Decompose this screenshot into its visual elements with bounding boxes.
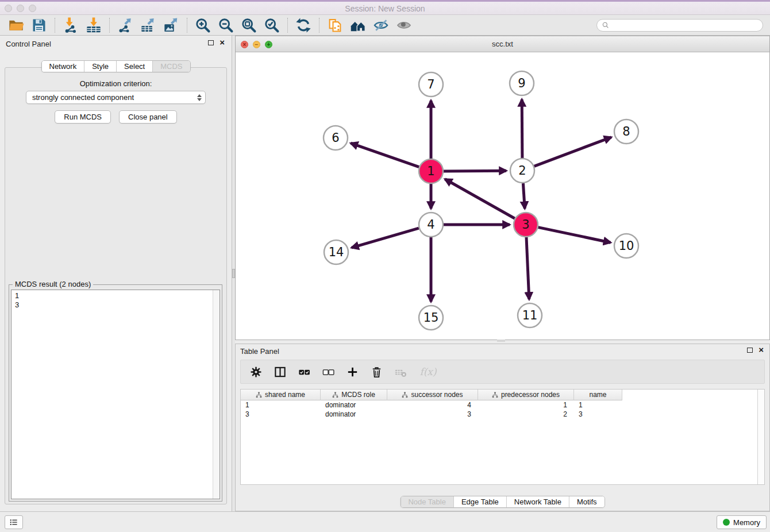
table-header-row: shared nameMCDS rolesuccessor nodesprede… (241, 390, 757, 400)
column-header-name[interactable]: name (574, 390, 622, 400)
zoom-in-button[interactable] (191, 16, 214, 34)
graph-edge-2-3[interactable] (523, 183, 525, 209)
main-toolbar-groups (5, 16, 415, 34)
column-header-mcds-role[interactable]: MCDS role (321, 390, 387, 400)
tab-network-table[interactable]: Network Table (507, 496, 569, 507)
save-session-button[interactable] (28, 16, 51, 34)
cell-successor-nodes[interactable]: 4 (387, 400, 478, 410)
copy-network-button[interactable] (324, 16, 346, 34)
graph-node-label: 4 (427, 218, 434, 232)
close-panel-button[interactable]: Close panel (119, 110, 177, 124)
hide-eye-button[interactable] (369, 16, 392, 34)
delete-row-button[interactable] (366, 362, 387, 381)
show-eye-button[interactable] (392, 16, 415, 34)
split-columns-button[interactable] (270, 362, 290, 381)
settings-button[interactable] (245, 362, 266, 381)
control-panel-float-icon[interactable] (208, 40, 214, 45)
mcds-result-list[interactable]: 13 (11, 290, 220, 499)
tab-motifs[interactable]: Motifs (569, 496, 605, 507)
table-panel: Table Panel × f(x) shared nameMCDS roles… (235, 344, 770, 511)
tab-node-table[interactable]: Node Table (401, 496, 454, 507)
tab-network[interactable]: Network (41, 61, 84, 72)
delete-table-button (390, 362, 411, 381)
import-network-button[interactable] (59, 16, 82, 34)
export-image-icon (163, 17, 179, 33)
column-header-predecessor-nodes[interactable]: predecessor nodes (478, 390, 574, 400)
export-network-button[interactable] (114, 16, 137, 34)
mcds-tab-content: Optimization criterion: strongly connect… (5, 67, 227, 504)
zoom-out-button[interactable] (214, 16, 237, 34)
network-canvas-svg: 1234678910111415 (236, 52, 769, 340)
cell-successor-nodes[interactable]: 3 (387, 410, 478, 419)
canvas-resize-handle[interactable] (497, 340, 505, 342)
zoom-in-icon (195, 17, 211, 33)
deselect-all-button[interactable] (318, 362, 338, 381)
graph-edge-2-8[interactable] (534, 137, 611, 166)
graph-node-label: 10 (619, 239, 634, 253)
import-table-button[interactable] (82, 16, 105, 34)
home-view-button[interactable] (346, 16, 369, 34)
table-panel-float-icon[interactable] (747, 348, 753, 353)
graph-edge-4-14[interactable] (352, 228, 419, 248)
select-all-button[interactable] (294, 362, 314, 381)
delete-row-icon (370, 365, 383, 379)
graph-edge-1-2[interactable] (444, 171, 506, 171)
cell-name[interactable]: 1 (574, 400, 622, 410)
graph-edge-3-10[interactable] (538, 228, 611, 243)
task-history-button[interactable] (5, 515, 23, 529)
open-file-button[interactable] (5, 16, 28, 34)
search-field[interactable] (596, 19, 763, 32)
tree-icon (492, 392, 498, 398)
control-panel: Control Panel × NetworkStyleSelectMCDS O… (0, 36, 232, 511)
cell-predecessor-nodes[interactable]: 2 (478, 410, 574, 419)
import-table-icon (86, 17, 102, 33)
table-panel-title: Table Panel (240, 347, 279, 356)
graph-node-label: 2 (518, 164, 526, 178)
cell-mcds-role[interactable]: dominator (321, 400, 387, 410)
cell-mcds-role[interactable]: dominator (321, 410, 387, 419)
save-session-icon (31, 17, 47, 33)
memory-button[interactable]: Memory (717, 515, 767, 529)
function-builder-icon: f(x) (419, 366, 436, 377)
table-tabs: Node TableEdge TableNetwork TableMotifs (400, 496, 605, 508)
search-icon (602, 21, 610, 29)
graph-edge-3-1[interactable] (445, 179, 514, 219)
column-header-successor-nodes[interactable]: successor nodes (387, 390, 478, 400)
cell-name[interactable]: 3 (574, 410, 622, 419)
tab-mcds[interactable]: MCDS (153, 61, 190, 72)
control-panel-title: Control Panel (6, 40, 51, 48)
export-table-icon (140, 17, 156, 33)
network-canvas[interactable]: 1234678910111415 (236, 52, 769, 340)
hide-eye-icon (373, 17, 389, 33)
memory-status-icon (723, 519, 730, 526)
tab-select[interactable]: Select (117, 61, 153, 72)
table-scrollbar[interactable] (757, 390, 764, 484)
graph-edge-1-6[interactable] (351, 143, 419, 167)
graph-edge-2-9[interactable] (522, 99, 522, 158)
table-panel-close-icon[interactable]: × (759, 347, 764, 353)
control-panel-close-icon[interactable]: × (220, 40, 225, 45)
zoom-fit-button[interactable] (237, 16, 260, 34)
cell-predecessor-nodes[interactable]: 1 (478, 400, 574, 410)
right-column: × − + scc.txt 12346789101114 (235, 36, 770, 511)
export-image-button[interactable] (160, 16, 183, 34)
refresh-button[interactable] (292, 16, 315, 34)
zoom-selected-button[interactable] (260, 16, 283, 34)
tab-style[interactable]: Style (84, 61, 117, 72)
add-row-button[interactable] (342, 362, 363, 381)
tree-icon (256, 392, 262, 398)
export-table-button[interactable] (137, 16, 160, 34)
cell-shared-name[interactable]: 1 (241, 400, 321, 410)
criterion-dropdown[interactable]: strongly connected component (26, 91, 206, 104)
graph-node-label: 1 (427, 164, 434, 178)
run-mcds-button[interactable]: Run MCDS (55, 110, 111, 124)
mcds-result-item: 3 (15, 300, 209, 310)
tree-icon (332, 392, 338, 398)
graph-edge-3-11[interactable] (526, 237, 529, 299)
cell-shared-name[interactable]: 3 (241, 410, 321, 419)
open-file-icon (8, 17, 24, 33)
search-input[interactable] (613, 21, 758, 29)
mcds-result-scrollbar[interactable] (213, 290, 220, 499)
column-header-shared-name[interactable]: shared name (241, 390, 321, 400)
tab-edge-table[interactable]: Edge Table (454, 496, 507, 507)
